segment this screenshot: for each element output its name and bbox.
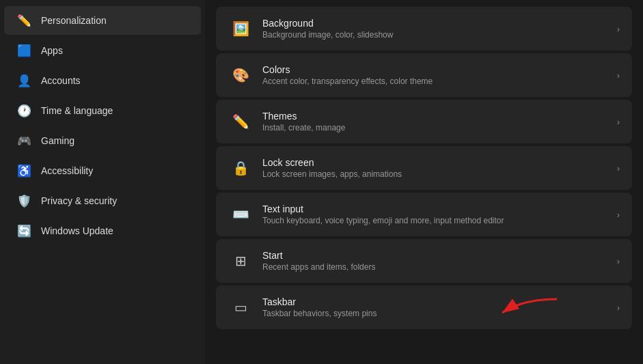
sidebar-label-windows-update: Windows Update: [41, 225, 113, 236]
taskbar-chevron: ›: [617, 303, 620, 313]
sidebar-label-privacy-security: Privacy & security: [41, 195, 117, 206]
text-input-subtitle: Touch keyboard, voice typing, emoji and …: [262, 216, 617, 225]
background-chevron: ›: [617, 24, 620, 34]
sidebar-label-gaming: Gaming: [41, 135, 74, 146]
card-text-input[interactable]: ⌨️Text inputTouch keyboard, voice typing…: [216, 193, 632, 236]
lock-screen-icon: 🔒: [228, 156, 253, 180]
personalization-icon: ✏️: [16, 13, 31, 28]
text-input-title: Text input: [262, 204, 617, 214]
card-themes[interactable]: ✏️ThemesInstall, create, manage›: [216, 100, 632, 143]
sidebar-label-time-language: Time & language: [41, 105, 113, 116]
lock-screen-text: Lock screenLock screen images, apps, ani…: [262, 157, 617, 179]
taskbar-text: TaskbarTaskbar behaviors, system pins: [262, 296, 617, 318]
apps-icon: 🟦: [16, 43, 31, 58]
card-background[interactable]: 🖼️BackgroundBackground image, color, sli…: [216, 7, 632, 51]
privacy-security-icon: 🛡️: [16, 193, 31, 208]
colors-subtitle: Accent color, transparency effects, colo…: [262, 76, 617, 86]
colors-icon: 🎨: [228, 63, 253, 87]
themes-icon: ✏️: [228, 109, 253, 134]
start-text: StartRecent apps and items, folders: [262, 250, 617, 272]
accounts-icon: 👤: [16, 73, 31, 88]
main-content: 🖼️BackgroundBackground image, color, sli…: [205, 0, 643, 364]
start-title: Start: [262, 250, 617, 261]
start-subtitle: Recent apps and items, folders: [262, 262, 617, 272]
sidebar-item-gaming[interactable]: 🎮Gaming: [4, 126, 201, 155]
lock-screen-subtitle: Lock screen images, apps, animations: [262, 169, 617, 179]
start-icon: ⊞: [228, 249, 253, 273]
sidebar-item-windows-update[interactable]: 🔄Windows Update: [4, 216, 201, 245]
lock-screen-chevron: ›: [617, 163, 620, 173]
background-title: Background: [262, 18, 617, 29]
background-text: BackgroundBackground image, color, slide…: [262, 18, 617, 40]
sidebar-item-apps[interactable]: 🟦Apps: [4, 36, 201, 65]
text-input-text: Text inputTouch keyboard, voice typing, …: [262, 204, 617, 225]
sidebar-label-accessibility: Accessibility: [41, 165, 93, 176]
sidebar-item-accessibility[interactable]: ♿Accessibility: [4, 156, 201, 185]
start-chevron: ›: [617, 256, 620, 266]
themes-title: Themes: [262, 111, 617, 122]
themes-text: ThemesInstall, create, manage: [262, 111, 617, 132]
accessibility-icon: ♿: [16, 163, 31, 178]
sidebar-item-accounts[interactable]: 👤Accounts: [4, 66, 201, 95]
windows-update-icon: 🔄: [16, 223, 31, 238]
card-taskbar[interactable]: ▭TaskbarTaskbar behaviors, system pins›: [216, 285, 632, 329]
colors-chevron: ›: [617, 70, 620, 81]
sidebar: ✏️Personalization🟦Apps👤Accounts🕐Time & l…: [0, 0, 205, 364]
sidebar-item-time-language[interactable]: 🕐Time & language: [4, 96, 201, 125]
sidebar-label-apps: Apps: [41, 45, 63, 56]
time-language-icon: 🕐: [16, 103, 31, 118]
card-start[interactable]: ⊞StartRecent apps and items, folders›: [216, 239, 632, 283]
sidebar-item-personalization[interactable]: ✏️Personalization: [4, 6, 201, 35]
themes-subtitle: Install, create, manage: [262, 123, 617, 132]
sidebar-item-privacy-security[interactable]: 🛡️Privacy & security: [4, 186, 201, 215]
colors-text: ColorsAccent color, transparency effects…: [262, 64, 617, 86]
text-input-icon: ⌨️: [228, 202, 253, 227]
background-subtitle: Background image, color, slideshow: [262, 30, 617, 40]
sidebar-label-personalization: Personalization: [41, 15, 107, 26]
taskbar-icon: ▭: [228, 295, 253, 320]
gaming-icon: 🎮: [16, 133, 31, 148]
card-colors[interactable]: 🎨ColorsAccent color, transparency effect…: [216, 53, 632, 97]
themes-chevron: ›: [617, 117, 620, 127]
taskbar-title: Taskbar: [262, 296, 617, 307]
lock-screen-title: Lock screen: [262, 157, 617, 168]
sidebar-label-accounts: Accounts: [41, 75, 81, 86]
text-input-chevron: ›: [617, 210, 620, 220]
background-icon: 🖼️: [228, 16, 253, 41]
colors-title: Colors: [262, 64, 617, 75]
taskbar-subtitle: Taskbar behaviors, system pins: [262, 309, 617, 318]
card-lock-screen[interactable]: 🔒Lock screenLock screen images, apps, an…: [216, 146, 632, 190]
